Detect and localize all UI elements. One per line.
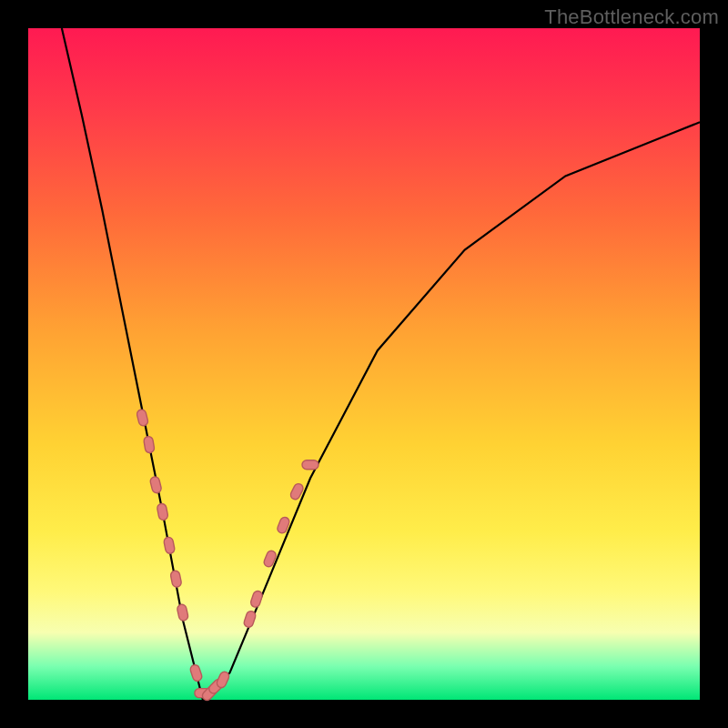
marker-point [216,671,230,690]
outer-frame: TheBottleneck.com [0,0,728,728]
marker-point [243,610,257,628]
marker-cluster [136,409,318,702]
curve-path [62,28,700,700]
marker-point [189,663,203,682]
plot-svg [28,28,700,700]
marker-point [163,536,175,554]
marker-point [170,570,182,588]
marker-point [149,476,162,494]
marker-point [143,436,155,453]
marker-point [249,590,263,608]
bottleneck-curve [62,28,700,700]
marker-point [157,503,168,521]
marker-point [302,460,318,470]
plot-gradient-area [28,28,700,700]
marker-point [136,409,148,427]
marker-point [177,603,189,622]
watermark-text: TheBottleneck.com [544,5,719,29]
